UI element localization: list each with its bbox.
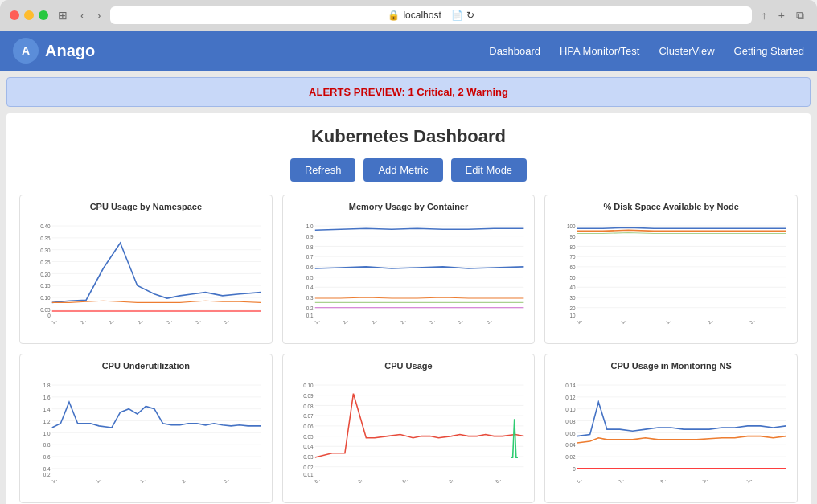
reader-icon: 📄 (451, 10, 463, 21)
svg-text:0.05: 0.05 (40, 307, 51, 313)
svg-text:40: 40 (570, 285, 577, 290)
svg-text:0.07: 0.07 (303, 413, 314, 419)
svg-text:0.2: 0.2 (43, 472, 51, 477)
minimize-button[interactable] (24, 10, 34, 20)
tabs-icon[interactable]: ⧉ (793, 7, 807, 24)
svg-text:0.6: 0.6 (43, 454, 51, 460)
svg-text:0.05: 0.05 (303, 434, 314, 440)
brand-icon: A (13, 38, 39, 64)
nav-hpa-monitor[interactable]: HPA Monitor/Test (560, 45, 639, 57)
svg-text:1.4: 1.4 (43, 407, 51, 412)
svg-text:10: 10 (570, 313, 577, 318)
brand: A Anago (13, 38, 95, 64)
svg-text:0.04: 0.04 (566, 442, 577, 448)
svg-text:0.40: 0.40 (40, 223, 51, 229)
chart-title-cpu-usage: CPU Usage (289, 361, 528, 371)
new-tab-icon[interactable]: + (775, 7, 788, 24)
nav-getting-started[interactable]: Getting Started (734, 45, 804, 57)
svg-text:0.30: 0.30 (40, 248, 51, 253)
toolbar: Refresh Add Metric Edit Mode (19, 158, 798, 182)
svg-text:0.09: 0.09 (303, 393, 314, 399)
alert-banner: ALERTS PREVIEW: 1 Critical, 2 Warning (6, 77, 811, 107)
svg-text:0.08: 0.08 (566, 419, 577, 424)
add-metric-button[interactable]: Add Metric (363, 158, 442, 182)
navbar: A Anago Dashboard HPA Monitor/Test Clust… (0, 31, 817, 71)
nav-dashboard[interactable]: Dashboard (489, 45, 540, 57)
close-button[interactable] (10, 10, 19, 20)
svg-text:0.06: 0.06 (303, 424, 314, 429)
sidebar-toggle[interactable]: ⊞ (55, 7, 71, 23)
page-title: Kubernetes Dashboard (19, 126, 798, 147)
chart-title-cpu-namespace: CPU Usage by Namespace (27, 202, 265, 211)
maximize-button[interactable] (39, 10, 48, 20)
svg-text:1.6: 1.6 (43, 395, 51, 400)
address-bar[interactable]: 🔒 localhost 📄 ↻ (110, 6, 751, 24)
chart-area-cpu-namespace: 0.40 0.35 0.30 0.25 0.20 0.15 0.10 0.05 … (27, 216, 265, 321)
share-icon[interactable]: ↑ (758, 7, 770, 24)
svg-text:0.4: 0.4 (306, 285, 313, 290)
svg-text:0.8: 0.8 (306, 244, 313, 250)
chart-svg-cpu-namespace: 0.40 0.35 0.30 0.25 0.20 0.15 0.10 0.05 … (27, 216, 265, 321)
svg-text:0.7: 0.7 (306, 254, 313, 260)
back-button[interactable]: ‹ (77, 7, 88, 23)
chart-svg-cpu-monitoring: 0.14 0.12 0.10 0.08 0.06 0.04 0.02 0 (552, 375, 790, 480)
svg-text:0.02: 0.02 (303, 465, 314, 470)
svg-text:50: 50 (570, 275, 577, 281)
svg-text:0.15: 0.15 (40, 283, 51, 289)
url-text: localhost (403, 10, 441, 21)
traffic-lights (10, 10, 48, 20)
svg-text:0: 0 (573, 466, 576, 472)
chart-area-cpu-usage: 0.10 0.09 0.08 0.07 0.06 0.05 0.04 0.03 … (289, 375, 528, 480)
svg-text:90: 90 (570, 234, 577, 240)
svg-text:100: 100 (567, 223, 576, 229)
svg-text:0.14: 0.14 (566, 383, 577, 388)
svg-text:30: 30 (570, 295, 577, 301)
svg-text:0.4: 0.4 (43, 466, 51, 472)
svg-text:0.3: 0.3 (306, 295, 313, 301)
chart-area-cpu-underutilization: 1.8 1.6 1.4 1.2 1.0 0.8 0.6 0.4 0.2 (27, 375, 265, 480)
svg-text:0.25: 0.25 (40, 260, 51, 265)
svg-text:0.5: 0.5 (306, 275, 313, 281)
svg-text:70: 70 (570, 254, 577, 260)
svg-text:60: 60 (570, 264, 577, 270)
svg-text:0.08: 0.08 (303, 404, 314, 409)
svg-text:0.10: 0.10 (303, 383, 314, 388)
chart-svg-memory-container: 1.0 0.9 0.8 0.7 0.6 0.5 0.4 0.3 0.2 0.1 (289, 216, 528, 321)
chart-cpu-underutilization: CPU Underutilization 1.8 1.6 (19, 354, 273, 503)
browser-window: ⊞ ‹ › 🔒 localhost 📄 ↻ ↑ + ⧉ A Anago Dash… (0, 0, 817, 504)
svg-text:0.20: 0.20 (40, 272, 51, 277)
chart-area-disk-space: 100 90 80 70 60 50 40 30 20 10 (552, 216, 790, 321)
svg-text:0.01: 0.01 (303, 472, 314, 477)
svg-text:0.2: 0.2 (306, 305, 313, 311)
svg-text:1.8: 1.8 (43, 383, 51, 388)
chart-title-disk-space: % Disk Space Available by Node (552, 202, 790, 211)
security-icon: 🔒 (388, 10, 400, 21)
chart-svg-disk-space: 100 90 80 70 60 50 40 30 20 10 (552, 216, 790, 321)
reload-icon: ↻ (466, 10, 474, 21)
svg-text:0.03: 0.03 (303, 454, 314, 460)
svg-text:0.06: 0.06 (566, 431, 577, 436)
svg-text:0.12: 0.12 (566, 395, 577, 400)
svg-text:0: 0 (47, 313, 51, 318)
svg-text:0.10: 0.10 (40, 295, 51, 301)
refresh-button[interactable]: Refresh (290, 158, 356, 182)
svg-text:0.35: 0.35 (40, 236, 51, 241)
chart-title-cpu-underutilization: CPU Underutilization (27, 361, 265, 371)
svg-text:1.2: 1.2 (43, 419, 51, 424)
forward-button[interactable]: › (94, 7, 105, 23)
svg-text:1.0: 1.0 (306, 223, 313, 229)
svg-text:0.8: 0.8 (43, 442, 51, 448)
svg-text:0.6: 0.6 (306, 264, 313, 270)
chart-area-memory-container: 1.0 0.9 0.8 0.7 0.6 0.5 0.4 0.3 0.2 0.1 (289, 216, 528, 321)
svg-text:0.10: 0.10 (566, 407, 577, 412)
nav-cluster-view[interactable]: ClusterView (659, 45, 714, 57)
chart-cpu-usage: CPU Usage 0.10 0.09 (282, 354, 536, 503)
navbar-links: Dashboard HPA Monitor/Test ClusterView G… (489, 45, 804, 57)
edit-mode-button[interactable]: Edit Mode (451, 158, 528, 182)
svg-text:80: 80 (570, 244, 577, 250)
chart-disk-space: % Disk Space Available by Node 100 (544, 195, 798, 344)
chart-title-cpu-monitoring: CPU Usage in Monitoring NS (552, 361, 790, 371)
browser-titlebar: ⊞ ‹ › 🔒 localhost 📄 ↻ ↑ + ⧉ (0, 0, 817, 31)
chart-area-cpu-monitoring: 0.14 0.12 0.10 0.08 0.06 0.04 0.02 0 (552, 375, 790, 480)
charts-grid: CPU Usage by Namespace 0.40 (19, 195, 798, 503)
